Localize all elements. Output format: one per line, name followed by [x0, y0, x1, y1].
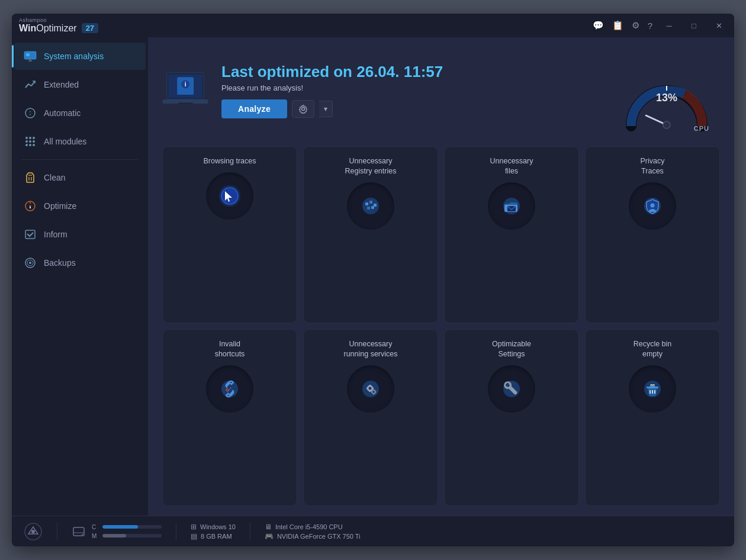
- sidebar-item-system-analysis[interactable]: System analysis: [14, 43, 146, 70]
- header-section: i Last optimized on 26.04. 11:57 Please …: [162, 49, 720, 132]
- svg-point-79: [31, 530, 35, 533]
- gpu-icon: 🎮: [265, 532, 274, 540]
- sidebar-item-clean[interactable]: Clean: [14, 164, 146, 191]
- svg-rect-60: [369, 385, 371, 386]
- cpu-icon: 🖥: [265, 523, 272, 531]
- svg-point-11: [29, 140, 31, 143]
- svg-rect-47: [367, 207, 370, 210]
- sidebar-label-extended: Extended: [44, 80, 79, 89]
- sidebar-item-inform[interactable]: Inform: [14, 221, 146, 248]
- svg-rect-68: [371, 391, 372, 392]
- module-title-files: Unnecessaryfiles: [490, 156, 533, 176]
- svg-point-12: [33, 140, 35, 143]
- sidebar-item-backups[interactable]: Backups: [14, 249, 146, 276]
- minimize-button[interactable]: ─: [661, 19, 677, 32]
- feedback-icon[interactable]: 💬: [593, 20, 604, 31]
- module-recycle-bin[interactable]: Recycle binempty: [585, 329, 720, 506]
- extended-icon: [24, 78, 37, 91]
- sidebar-item-all-modules[interactable]: All modules: [14, 128, 146, 155]
- status-divider-3: [250, 523, 250, 540]
- analyze-row: Analyze ▾: [221, 99, 602, 118]
- hardware-info: 🖥 Intel Core i5-4590 CPU 🎮 NVIDIA GeForc…: [265, 523, 361, 540]
- analyze-settings-button[interactable]: [292, 100, 314, 118]
- brand-name: WinOptimizer: [19, 24, 77, 33]
- svg-point-59: [369, 387, 372, 390]
- status-divider-1: [57, 523, 57, 540]
- module-icon-browsing: [206, 172, 253, 220]
- module-icon-settings: [488, 365, 535, 413]
- svg-rect-45: [369, 201, 372, 204]
- sidebar-label-system-analysis: System analysis: [44, 52, 104, 61]
- svg-rect-66: [373, 389, 374, 390]
- svg-point-82: [82, 534, 83, 535]
- app-branding: Ashampoo WinOptimizer 27: [19, 18, 98, 33]
- modules-grid: Browsing traces UnnecessaryRegistry ent: [162, 146, 720, 516]
- module-title-settings: OptimizableSettings: [492, 339, 531, 359]
- module-browsing-traces[interactable]: Browsing traces: [162, 146, 297, 323]
- titlebar: Ashampoo WinOptimizer 27 💬 📋 ⚙ ? ─ □ ✕: [12, 14, 734, 37]
- cpu-percent: 13%: [656, 92, 677, 104]
- windows-label: Windows 10: [200, 523, 236, 530]
- analyze-button[interactable]: Analyze: [221, 99, 287, 118]
- system-analysis-icon: [24, 50, 37, 63]
- gpu-label: NVIDIA GeForce GTX 750 Ti: [277, 533, 361, 540]
- module-title-services: Unnecessaryrunning services: [343, 339, 397, 359]
- drive-c-track: [102, 525, 162, 529]
- svg-point-14: [29, 144, 31, 146]
- main-layout: System analysis Extended Automatic: [12, 37, 734, 516]
- last-optimized-text: Last optimized on 26.04. 11:57: [221, 63, 602, 81]
- module-privacy-traces[interactable]: PrivacyTraces: [585, 146, 720, 323]
- svg-point-22: [30, 205, 31, 207]
- module-icon-shortcuts: [206, 365, 253, 413]
- sidebar-label-clean: Clean: [44, 173, 66, 182]
- svg-rect-1: [26, 53, 30, 56]
- module-icon-registry: [347, 182, 394, 230]
- svg-rect-44: [365, 202, 368, 205]
- backups-icon: [24, 256, 37, 269]
- cpu-gauge: 13% CPU: [613, 49, 720, 132]
- license-icon[interactable]: 📋: [612, 20, 623, 31]
- sidebar-label-all-modules: All modules: [44, 137, 86, 146]
- help-icon[interactable]: ?: [648, 21, 652, 31]
- sidebar-label-automatic: Automatic: [44, 108, 81, 118]
- settings-icon[interactable]: ⚙: [632, 20, 639, 31]
- drive-m-track: [102, 534, 162, 538]
- cpu-info-label: Intel Core i5-4590 CPU: [275, 523, 343, 530]
- svg-point-15: [33, 144, 35, 146]
- svg-rect-34: [178, 102, 193, 104]
- module-unnecessary-files[interactable]: Unnecessaryfiles: [444, 146, 579, 323]
- laptop-illustration: i: [162, 70, 210, 111]
- svg-rect-61: [369, 391, 371, 392]
- module-registry-entries[interactable]: UnnecessaryRegistry entries: [303, 146, 438, 323]
- svg-rect-69: [375, 391, 377, 392]
- svg-point-7: [25, 137, 28, 139]
- please-run-text: Please run the analysis!: [221, 83, 602, 92]
- svg-point-38: [663, 121, 670, 128]
- close-button[interactable]: ✕: [710, 19, 727, 32]
- drive-section: C M: [72, 524, 162, 539]
- ram-icon: ▤: [191, 532, 197, 540]
- sidebar-item-automatic[interactable]: Automatic: [14, 99, 146, 127]
- module-optimizable-settings[interactable]: OptimizableSettings: [444, 329, 579, 506]
- module-running-services[interactable]: Unnecessaryrunning services: [303, 329, 438, 506]
- svg-point-13: [25, 144, 28, 146]
- module-invalid-shortcuts[interactable]: Invalidshortcuts: [162, 329, 297, 506]
- statusbar: C M ⊞ Windows 10 ▤: [12, 516, 734, 546]
- maximize-button[interactable]: □: [686, 19, 702, 32]
- svg-text:i: i: [185, 81, 186, 88]
- module-title-privacy: PrivacyTraces: [641, 156, 665, 176]
- drive-bars: C M: [92, 524, 162, 539]
- svg-rect-63: [372, 387, 374, 389]
- sidebar-item-extended[interactable]: Extended: [14, 71, 146, 98]
- svg-rect-23: [25, 230, 35, 239]
- sidebar-divider: [21, 159, 139, 160]
- sidebar-label-inform: Inform: [44, 230, 67, 239]
- analyze-dropdown-button[interactable]: ▾: [319, 101, 333, 117]
- svg-rect-67: [373, 394, 374, 395]
- sidebar-item-optimize[interactable]: Optimize: [14, 192, 146, 220]
- ashampoo-badge: [24, 522, 43, 541]
- optimize-icon: [24, 199, 37, 213]
- app-logo: Ashampoo WinOptimizer 27: [19, 18, 98, 33]
- clean-icon: [24, 171, 37, 184]
- module-title-browsing: Browsing traces: [204, 156, 256, 166]
